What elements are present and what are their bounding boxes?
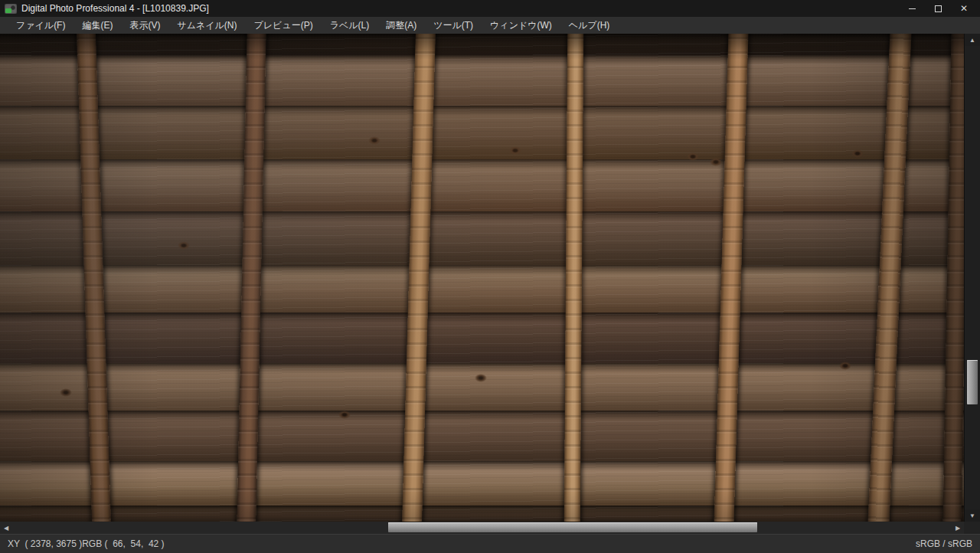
wood-knot — [60, 388, 72, 397]
app-window: Digital Photo Professional 4 - [L1010839… — [0, 0, 980, 553]
wood-plank — [0, 461, 964, 506]
restore-button[interactable] — [925, 0, 951, 17]
menu-bar: ファイル(F) 編集(E) 表示(V) サムネイル(N) プレビュー(P) ラベ… — [0, 17, 980, 34]
wood-plank — [0, 34, 964, 55]
horizontal-scrollbar-row: ◀ ▶ — [0, 522, 980, 534]
menu-window[interactable]: ウィンドウ(W) — [482, 19, 560, 32]
photo-canvas[interactable] — [0, 34, 964, 522]
vertical-scroll-track[interactable] — [965, 46, 980, 509]
menu-adjust[interactable]: 調整(A) — [377, 19, 425, 32]
scroll-down-button[interactable]: ▼ — [965, 509, 980, 522]
horizontal-scroll-track[interactable] — [12, 522, 952, 534]
close-button[interactable]: ✕ — [951, 0, 977, 17]
menu-label[interactable]: ラベル(L) — [322, 19, 378, 32]
vertical-scroll-thumb[interactable] — [967, 360, 978, 404]
wood-plank — [0, 106, 964, 159]
minimize-button[interactable] — [899, 0, 925, 17]
menu-thumbnail[interactable]: サムネイル(N) — [168, 19, 245, 32]
wood-plank — [0, 55, 964, 106]
scrollbar-corner — [964, 522, 980, 534]
window-controls: ✕ — [899, 0, 977, 17]
app-icon — [5, 4, 17, 14]
cursor-xy-readout: XY ( 2378, 3675 ) — [8, 538, 82, 549]
menu-preview[interactable]: プレビュー(P) — [246, 19, 322, 32]
window-title: Digital Photo Professional 4 - [L1010839… — [21, 3, 209, 14]
wood-plank — [0, 265, 964, 312]
wood-knot — [839, 362, 851, 370]
menu-file[interactable]: ファイル(F) — [8, 19, 74, 32]
wood-plank — [0, 506, 964, 522]
menu-edit[interactable]: 編集(E) — [74, 19, 121, 32]
wood-knot — [710, 158, 722, 166]
color-space-readout: sRGB / sRGB — [916, 538, 972, 549]
green-accent-icon — [5, 8, 11, 13]
scroll-right-button[interactable]: ▶ — [952, 522, 964, 534]
vertical-scrollbar[interactable]: ▲ ▼ — [964, 34, 980, 522]
wood-knot — [338, 411, 351, 419]
left-arrow-icon: ◀ — [4, 525, 8, 532]
status-bar: XY ( 2378, 3675 ) RGB ( 66, 54, 42 ) sRG… — [0, 534, 980, 553]
down-arrow-icon: ▼ — [969, 512, 975, 519]
menu-tools[interactable]: ツール(T) — [425, 19, 482, 32]
horizontal-scroll-thumb[interactable] — [388, 522, 757, 532]
menu-help[interactable]: ヘルプ(H) — [560, 19, 619, 32]
wood-knot — [851, 149, 864, 158]
wood-plank — [0, 159, 964, 211]
menu-view[interactable]: 表示(V) — [121, 19, 168, 32]
wood-plank — [0, 312, 964, 363]
wood-knot — [687, 152, 699, 161]
title-bar: Digital Photo Professional 4 - [L1010839… — [0, 0, 980, 17]
wood-knot — [509, 146, 521, 155]
wood-knot — [178, 241, 190, 250]
wood-knot — [475, 374, 487, 382]
horizontal-scrollbar[interactable]: ◀ ▶ — [0, 522, 964, 534]
scroll-left-button[interactable]: ◀ — [0, 522, 12, 534]
up-arrow-icon: ▲ — [969, 37, 975, 44]
wood-plank — [0, 363, 964, 411]
right-arrow-icon: ▶ — [956, 525, 960, 532]
wood-knot — [368, 136, 381, 145]
minimize-icon — [909, 8, 916, 9]
wood-plank — [0, 411, 964, 461]
rgb-readout: RGB ( 66, 54, 42 ) — [82, 538, 164, 549]
close-icon: ✕ — [960, 4, 968, 13]
main-content: ▲ ▼ — [0, 34, 980, 522]
restore-icon — [935, 5, 942, 12]
wood-plank — [0, 211, 964, 265]
scroll-up-button[interactable]: ▲ — [965, 34, 980, 46]
